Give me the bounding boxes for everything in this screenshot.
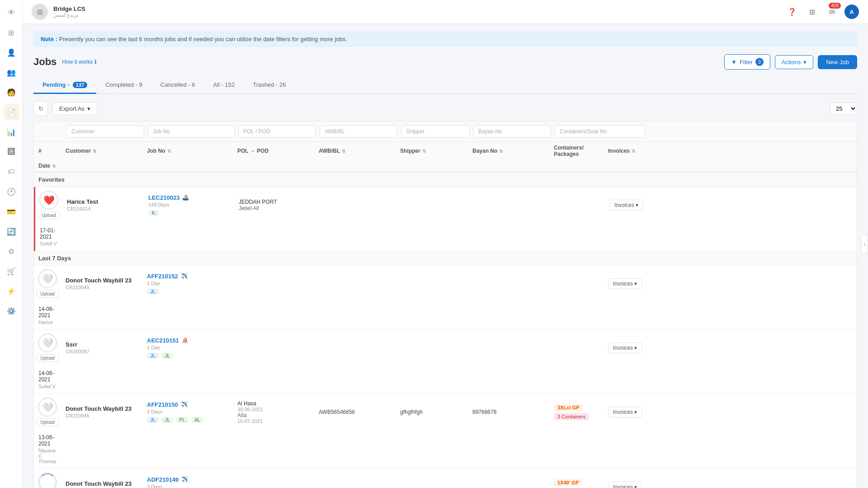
upload-button[interactable]: Upload: [36, 290, 59, 298]
per-page-select[interactable]: 25 50 100: [830, 103, 857, 115]
tab-all[interactable]: All - 152: [204, 77, 244, 94]
company-avatar: 🏢: [32, 4, 48, 20]
sidebar-item-chart[interactable]: 📊: [3, 124, 19, 140]
job-no-text[interactable]: ADF210149: [147, 476, 179, 483]
sort-awb-icon: ⇅: [342, 149, 345, 154]
col-customer[interactable]: Customer ⇅: [61, 142, 142, 160]
job-no-row: ADF210149 ✈️: [147, 476, 228, 483]
help-icon[interactable]: ❓: [785, 5, 799, 19]
col-shipper[interactable]: Shipper ⇅: [396, 142, 468, 160]
tab-cancelled-label: Cancelled - 6: [160, 81, 195, 88]
export-label: Export As: [59, 105, 85, 112]
sidebar: 👁 ⊞ 👤 👥 🧑 📄 📊 🅰 🏷 🕐 💳 🔄 ⚙ 🛒 ⚡ ⚙️: [0, 0, 23, 488]
tab-trashed[interactable]: Trashed - 26: [244, 77, 295, 94]
sidebar-item-clock[interactable]: 🕐: [3, 183, 19, 200]
date-cell: 14-06-2021 Sufail V: [34, 366, 61, 394]
job-avatar: 🤍: [38, 398, 57, 417]
col-job-no[interactable]: Job No ⇅: [142, 142, 233, 160]
job-no-row: AEC210151 ⛵: [147, 337, 228, 344]
sidebar-item-eye[interactable]: 👁: [3, 5, 19, 21]
sidebar-item-text[interactable]: 🅰: [3, 144, 19, 160]
tab-pending[interactable]: Pending - 137: [33, 77, 96, 94]
sidebar-item-settings2[interactable]: ⚙: [3, 243, 19, 259]
job-no-cell: ADF210149 ✈️ 3 Days JL JL: [142, 472, 233, 488]
col-invoices[interactable]: Invoices ⇅: [604, 142, 667, 160]
date-cell: 13-06-2021 Nayana C Thomas: [34, 430, 61, 469]
collapse-handle[interactable]: ‹: [861, 235, 868, 253]
note-text: Presently you can see the last 6 months …: [59, 36, 347, 42]
awb-bl-filter-input[interactable]: [320, 125, 397, 138]
export-button[interactable]: Export As ▾: [52, 102, 97, 115]
col-date[interactable]: Date ⇅: [34, 160, 61, 172]
invoice-button[interactable]: Invoices ▾: [608, 278, 642, 289]
customer-cr: CR210045: [66, 413, 138, 418]
tab-cancelled[interactable]: Cancelled - 6: [151, 77, 204, 94]
job-tag: JL: [147, 289, 159, 295]
apps-icon[interactable]: ⊞: [805, 5, 819, 19]
content-area: Note : Presently you can see the last 6 …: [23, 24, 868, 488]
actions-button[interactable]: Actions ▾: [775, 55, 814, 69]
info-icon: ℹ: [94, 59, 97, 65]
sidebar-item-grid[interactable]: ⊞: [3, 24, 19, 41]
sidebar-item-person[interactable]: 🧑: [3, 84, 19, 100]
sidebar-item-gear[interactable]: ⚙️: [3, 303, 19, 319]
page-title-area: Jobs How it works ℹ: [33, 56, 97, 68]
sidebar-item-cart[interactable]: 🛒: [3, 263, 19, 279]
bayan-no-filter-input[interactable]: [473, 125, 551, 138]
container-badge: 1X40' GP: [554, 479, 582, 486]
col-awb-bl[interactable]: AWB/BL ⇅: [314, 142, 396, 160]
table-row: 🤍 Upload Donot Touch Waybill 23 CR210045…: [34, 394, 857, 469]
notifications-icon[interactable]: ✉ 409: [825, 5, 839, 19]
pol-text: JEDDAH PORT: [239, 199, 311, 205]
sidebar-item-card[interactable]: 💳: [3, 203, 19, 220]
shipper-cell: [396, 483, 468, 488]
customer-cell: Donot Touch Waybill 23 CR210045: [61, 476, 142, 488]
invoice-button[interactable]: Invoices ▾: [608, 343, 642, 353]
invoice-button[interactable]: Invoices ▾: [608, 482, 642, 488]
job-no-text[interactable]: AFF210150: [147, 401, 178, 408]
job-no-text[interactable]: AEC210151: [147, 337, 179, 344]
awb-bl-cell: [316, 201, 397, 210]
days-text: 1 Day: [147, 345, 228, 350]
col-bayan-no[interactable]: Bayan No ⇅: [468, 142, 549, 160]
sidebar-item-tag[interactable]: 🏷: [3, 164, 19, 180]
company-name: Bridge LCS: [53, 5, 85, 13]
sidebar-item-user[interactable]: 👤: [3, 44, 19, 61]
days-text: 3 Days: [147, 484, 228, 488]
job-no-filter-input[interactable]: [148, 125, 235, 138]
invoice-button[interactable]: Invoices ▾: [608, 407, 642, 418]
job-avatar: [38, 473, 57, 488]
shipper-filter-input[interactable]: [401, 125, 470, 138]
job-no-text[interactable]: LEC210023: [148, 194, 179, 201]
export-chevron-icon: ▾: [87, 105, 90, 112]
job-no-text[interactable]: AFF210152: [147, 273, 178, 280]
job-avatar-cell: ❤️ Upload: [35, 187, 62, 223]
job-tag: JL: [161, 353, 174, 359]
page-title: Jobs: [33, 56, 57, 68]
container-badge: 3XLcl GP: [554, 404, 583, 411]
invoices-cell: Invoices ▾: [605, 195, 668, 215]
refresh-button[interactable]: ↻: [33, 101, 48, 116]
date-cell: 14-06-2021 Harice: [34, 301, 61, 329]
awb-bl-cell: AWB56546656: [314, 404, 396, 420]
date-main: 14-06-2021: [38, 370, 57, 383]
user-avatar[interactable]: A: [844, 5, 859, 19]
invoices-cell: Invoices ▾: [604, 402, 667, 422]
tab-completed[interactable]: Completed - 9: [96, 77, 151, 94]
containers-filter-input[interactable]: [555, 125, 645, 138]
how-it-works-link[interactable]: How it works ℹ: [62, 59, 97, 65]
sidebar-item-refresh[interactable]: 🔄: [3, 223, 19, 239]
upload-button[interactable]: Upload: [36, 354, 59, 362]
sidebar-item-document[interactable]: 📄: [3, 104, 19, 120]
filter-button[interactable]: ▼ Filter 3: [724, 54, 770, 70]
sidebar-item-users[interactable]: 👥: [3, 64, 19, 80]
invoice-button[interactable]: Invoices ▾: [609, 200, 643, 211]
upload-button[interactable]: Upload: [36, 418, 59, 426]
sidebar-item-flash[interactable]: ⚡: [3, 283, 19, 299]
awb-bl-cell: [314, 279, 396, 288]
table-row: 🤍 Upload Donot Touch Waybill 23 CR210045…: [34, 266, 857, 330]
new-job-button[interactable]: New Job: [818, 55, 857, 69]
upload-button[interactable]: Upload: [38, 211, 60, 219]
customer-filter-input[interactable]: [66, 125, 144, 138]
pol-pod-filter-input[interactable]: [238, 125, 316, 138]
